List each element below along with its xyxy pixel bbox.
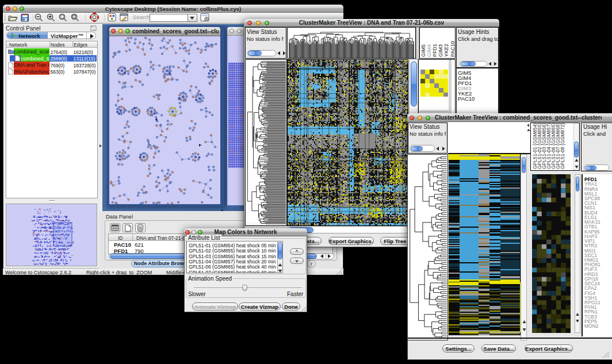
svg-text:PFD1: PFD1 (432, 44, 438, 57)
svg-text:YKE2: YKE2 (443, 44, 449, 57)
svg-text:GIM3: GIM3 (438, 44, 443, 57)
svg-text:Search:: Search: (133, 14, 152, 20)
svg-text:PAC10: PAC10 (450, 41, 456, 57)
svg-text:GIM4: GIM4 (426, 44, 432, 57)
svg-text:GIM5: GIM5 (420, 44, 426, 57)
svg-text:GPL51-08 (GSM872): GPL51-08 (GSM872) (560, 123, 565, 169)
